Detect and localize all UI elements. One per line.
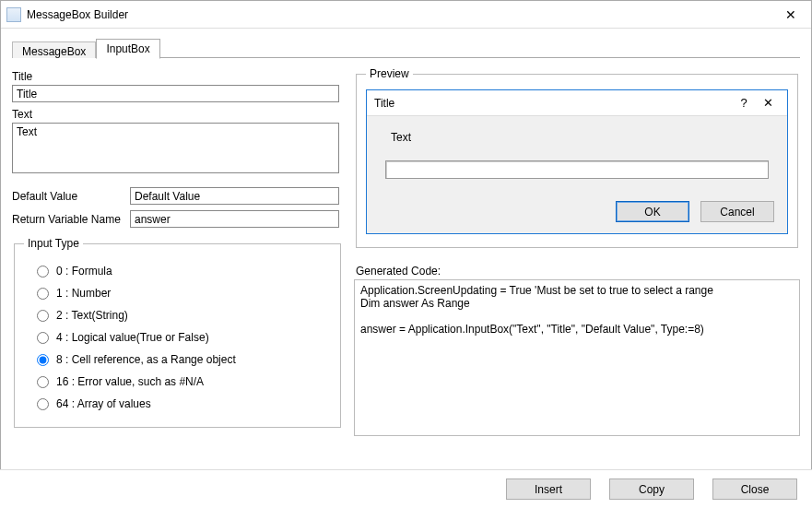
radio-label-16: 16 : Error value, such as #N/A [56, 375, 204, 388]
radio-type-0[interactable]: 0 : Formula [37, 265, 331, 278]
radio-label-8: 8 : Cell reference, as a Range object [56, 353, 236, 366]
radio-type-2[interactable]: 2 : Text(String) [37, 309, 331, 322]
radio-label-0: 0 : Formula [56, 265, 112, 278]
preview-ok-button[interactable]: OK [616, 201, 689, 222]
generated-code-label: Generated Code: [356, 265, 800, 278]
close-icon[interactable]: ✕ [770, 1, 811, 29]
text-input[interactable]: Text [12, 123, 339, 173]
bottom-bar: Insert Copy Close [0, 469, 812, 508]
radio-input-1[interactable] [37, 288, 49, 300]
window-title: MessageBox Builder [27, 8, 770, 21]
app-icon [6, 7, 21, 22]
preview-title: Title [374, 97, 732, 110]
preview-close-icon[interactable]: ✕ [756, 96, 780, 110]
titlebar: MessageBox Builder ✕ [1, 1, 811, 29]
preview-group: Preview Title ? ✕ Text OK Cancel [356, 67, 798, 248]
return-var-input[interactable] [130, 210, 339, 228]
title-input[interactable] [12, 85, 339, 102]
label-title: Title [12, 70, 339, 83]
input-type-legend: Input Type [24, 237, 83, 250]
radio-label-4: 4 : Logical value(True or False) [56, 331, 209, 344]
label-return-var: Return Variable Name [12, 213, 123, 226]
preview-text: Text [391, 131, 769, 144]
radio-input-16[interactable] [37, 376, 49, 388]
preview-dialog: Title ? ✕ Text OK Cancel [366, 89, 788, 234]
input-type-group: Input Type 0 : Formula 1 : Number 2 : Te… [14, 237, 341, 428]
generated-code-box[interactable]: Application.ScreenUpdating = True 'Must … [354, 279, 800, 436]
radio-label-64: 64 : Array of values [56, 397, 151, 410]
radio-type-1[interactable]: 1 : Number [37, 287, 331, 300]
radio-type-64[interactable]: 64 : Array of values [37, 397, 331, 410]
insert-button[interactable]: Insert [506, 478, 591, 500]
label-default-value: Default Value [12, 190, 123, 203]
close-button[interactable]: Close [712, 478, 797, 500]
help-icon[interactable]: ? [732, 96, 756, 110]
radio-input-64[interactable] [37, 398, 49, 410]
radio-input-8[interactable] [37, 354, 49, 366]
radio-type-4[interactable]: 4 : Logical value(True or False) [37, 331, 331, 344]
radio-input-2[interactable] [37, 310, 49, 322]
tab-messagebox[interactable]: MessageBox [12, 41, 96, 58]
radio-type-8[interactable]: 8 : Cell reference, as a Range object [37, 353, 331, 366]
label-text: Text [12, 108, 339, 121]
preview-legend: Preview [366, 67, 413, 80]
copy-button[interactable]: Copy [609, 478, 694, 500]
radio-label-2: 2 : Text(String) [56, 309, 128, 322]
preview-cancel-button[interactable]: Cancel [700, 201, 774, 222]
preview-titlebar: Title ? ✕ [367, 90, 787, 116]
radio-type-16[interactable]: 16 : Error value, such as #N/A [37, 375, 331, 388]
preview-input[interactable] [385, 160, 769, 179]
radio-input-4[interactable] [37, 332, 49, 344]
radio-input-0[interactable] [37, 266, 49, 278]
radio-label-1: 1 : Number [56, 287, 111, 300]
default-value-input[interactable] [130, 187, 339, 205]
tab-inputbox[interactable]: InputBox [96, 39, 159, 59]
tab-strip: MessageBox InputBox [12, 38, 800, 58]
